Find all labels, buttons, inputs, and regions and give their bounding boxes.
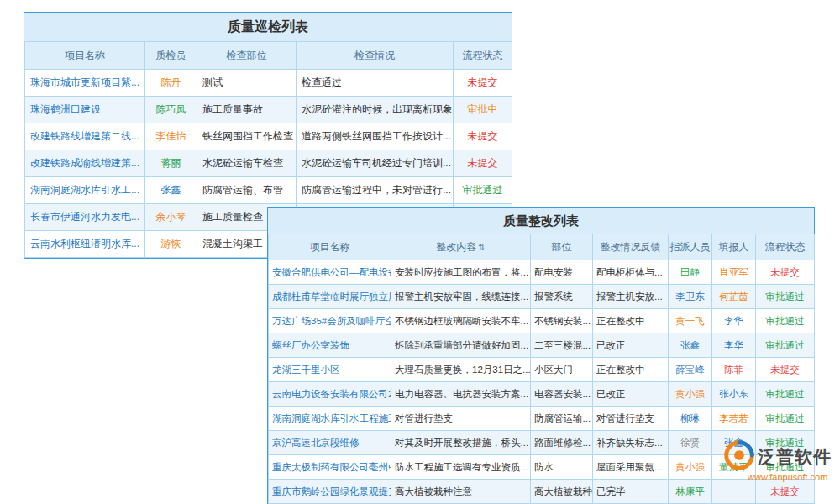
- project-name-link[interactable]: 安徽合肥供电公司—配电设备...: [269, 260, 391, 285]
- inspector-name: 陈丹: [145, 70, 197, 97]
- inspection-part-cell: 铁丝网围挡工作检查: [197, 123, 297, 150]
- rectification-part-cell: 防水: [531, 455, 593, 480]
- reporter-name: [712, 480, 756, 504]
- rectification-content-cell: 对管进行垫支: [391, 407, 531, 431]
- reporter-name: 张小东: [712, 382, 756, 407]
- rectification-content-cell: 报警主机安放牢固，线缆连接...: [391, 285, 531, 309]
- reporter-name: 陈菲: [712, 358, 756, 382]
- project-name-link[interactable]: 龙湖三千里小区: [269, 358, 391, 382]
- project-name-link[interactable]: 珠海鹤洲口建设: [25, 97, 145, 123]
- inspection-part-cell: 水泥砼运输车检查: [197, 150, 297, 177]
- rectification-feedback-cell: 正在整改中: [593, 309, 669, 333]
- rectification-part-cell: 路面维修检...: [531, 431, 593, 455]
- rectification-col-project: 项目名称: [269, 234, 391, 260]
- rectification-feedback-cell: 已改正: [593, 333, 669, 358]
- assignee-name: 黄小强: [669, 382, 712, 407]
- rectification-feedback-cell: 配电柜柜体与...: [593, 260, 669, 285]
- reporter-name: 何芷茵: [712, 285, 756, 309]
- reporter-name: 李华: [712, 309, 756, 333]
- rectification-part-cell: 小区大门: [531, 358, 593, 382]
- inspection-col-project: 项目名称: [25, 42, 145, 70]
- project-name-link[interactable]: 湖南洞庭湖水库引水工程施工...: [269, 407, 391, 431]
- rectification-part-cell: 电容器安装...: [531, 382, 593, 407]
- inspection-detail-cell: 道路两侧铁丝网围挡工作按设计...: [297, 123, 454, 150]
- inspector-name: 张鑫: [145, 177, 197, 204]
- status-badge: 审批通过: [756, 333, 815, 358]
- quality-inspection-title: 质量巡检列表: [24, 13, 512, 41]
- logo-company-name: 泛普软件: [758, 445, 832, 469]
- rectification-col-status: 流程状态: [756, 234, 815, 260]
- project-name-link[interactable]: 京沪高速北京段维修: [269, 431, 391, 455]
- inspection-table-row[interactable]: 改建铁路线增建第二线... 李佳怡 铁丝网围挡工作检查 道路两侧铁丝网围挡工作按…: [25, 123, 512, 150]
- rectification-feedback-cell: 已改正: [593, 382, 669, 407]
- project-name-link[interactable]: 云南电力设备安装有限公司20...: [269, 382, 391, 407]
- rectification-col-feedback: 整改情况反馈: [593, 234, 669, 260]
- rectification-table-row[interactable]: 云南电力设备安装有限公司20... 电力电容器、电抗器安装方案... 电容器安装…: [269, 382, 815, 407]
- rectification-table-row[interactable]: 成都杜甫草堂临时展厅独立展... 报警主机安放牢固，线缆连接... 报警系统 报…: [269, 285, 815, 309]
- rectification-feedback-cell: 屋面采用聚氨...: [593, 455, 669, 480]
- inspection-detail-cell: 检查通过: [297, 70, 454, 97]
- inspection-col-part: 检查部位: [197, 42, 297, 70]
- reporter-name: 李华: [712, 333, 756, 358]
- rectification-table-row[interactable]: 湖南洞庭湖水库引水工程施工... 对管进行垫支 防腐管运输... 对管进行垫支 …: [269, 407, 815, 431]
- inspection-part-cell: 防腐管运输、布管: [197, 177, 297, 204]
- assignee-name: 田静: [669, 260, 712, 285]
- rectification-feedback-cell: 补齐缺失标志...: [593, 431, 669, 455]
- project-name-link[interactable]: 成都杜甫草堂临时展厅独立展...: [269, 285, 391, 309]
- inspector-name: 余小琴: [145, 204, 197, 231]
- rectification-col-content-label: 整改内容: [436, 241, 476, 253]
- status-badge: 审批通过: [756, 309, 815, 333]
- project-name-link[interactable]: 改建铁路成渝线增建第...: [25, 150, 145, 177]
- rectification-table-row[interactable]: 螺丝厂办公室装饰 拆除到承重墙部分请做好加固... 二至三楼混... 已改正 张…: [269, 333, 815, 358]
- assignee-name: 张鑫: [669, 333, 712, 358]
- rectification-content-cell: 不锈钢边框玻璃隔断安装不牢...: [391, 309, 531, 333]
- project-name-link[interactable]: 珠海市城市更新项目紫...: [25, 70, 145, 97]
- rectification-part-cell: 报警系统: [531, 285, 593, 309]
- rectification-feedback-cell: 对管进行垫支: [593, 407, 669, 431]
- inspection-table-row[interactable]: 改建铁路成渝线增建第... 蒋丽 水泥砼运输车检查 水泥砼运输车司机经过专门培训…: [25, 150, 512, 177]
- inspection-col-detail: 检查情况: [297, 42, 454, 70]
- rectification-col-content[interactable]: 整改内容⇅: [391, 234, 531, 260]
- rectification-content-cell: 大理石质量更换，12月31日之...: [391, 358, 531, 382]
- inspection-table-row[interactable]: 珠海市城市更新项目紫... 陈丹 测试 检查通过 未提交: [25, 70, 512, 97]
- rectification-content-cell: 高大植被栽种注意: [391, 480, 531, 504]
- rectification-part-cell: 配电安装: [531, 260, 593, 285]
- inspection-part-cell: 施工质量事故: [197, 97, 297, 123]
- inspection-part-cell: 测试: [197, 70, 297, 97]
- project-name-link[interactable]: 螺丝厂办公室装饰: [269, 333, 391, 358]
- rectification-part-cell: 二至三楼混...: [531, 333, 593, 358]
- project-name-link[interactable]: 万达广场35#会所及咖啡厅空...: [269, 309, 391, 333]
- inspection-table-row[interactable]: 珠海鹤洲口建设 陈巧凤 施工质量事故 水泥砼灌注的时候，出现离析现象 审批中: [25, 97, 512, 123]
- rectification-feedback-cell: 正在整改中: [593, 358, 669, 382]
- assignee-name: 薛宝峰: [669, 358, 712, 382]
- project-name-link[interactable]: 长春市伊通河水力发电...: [25, 204, 145, 231]
- project-name-link[interactable]: 改建铁路线增建第二线...: [25, 123, 145, 150]
- rectification-content-cell: 防水工程施工选调有专业资质...: [391, 455, 531, 480]
- rectification-table-row[interactable]: 重庆市鹅岭公园绿化景观提升... 高大植被栽种注意 高大植被栽种 已完毕 林康平…: [269, 480, 815, 504]
- project-name-link[interactable]: 重庆太极制药有限公司亳州中...: [269, 455, 391, 480]
- assignee-name: 林康平: [669, 480, 712, 504]
- status-badge: 未提交: [454, 123, 512, 150]
- rectification-table-row[interactable]: 万达广场35#会所及咖啡厅空... 不锈钢边框玻璃隔断安装不牢... 不锈钢安装…: [269, 309, 815, 333]
- project-name-link[interactable]: 湖南洞庭湖水库引水工...: [25, 177, 145, 204]
- rectification-content-cell: 电力电容器、电抗器安装方案...: [391, 382, 531, 407]
- fanpu-logo-icon: [724, 440, 754, 474]
- assignee-name: 黄小强: [669, 455, 712, 480]
- inspection-table-row[interactable]: 湖南洞庭湖水库引水工... 张鑫 防腐管运输、布管 防腐管运输过程中，未对管进行…: [25, 177, 512, 204]
- inspector-name: 蒋丽: [145, 150, 197, 177]
- project-name-link[interactable]: 云南水利枢纽潜明水库...: [25, 231, 145, 258]
- project-name-link[interactable]: 重庆市鹅岭公园绿化景观提升...: [269, 480, 391, 504]
- sort-icon[interactable]: ⇅: [478, 243, 485, 252]
- inspection-detail-cell: 防腐管运输过程中，未对管进行...: [297, 177, 454, 204]
- rectification-table-row[interactable]: 龙湖三千里小区 大理石质量更换，12月31日之... 小区大门 正在整改中 薛宝…: [269, 358, 815, 382]
- inspector-name: 游恢: [145, 231, 197, 258]
- inspection-header-row: 项目名称 质检员 检查部位 检查情况 流程状态: [25, 42, 512, 70]
- rectification-header-row: 项目名称 整改内容⇅ 部位 整改情况反馈 指派人员 填报人 流程状态: [269, 234, 815, 260]
- rectification-table-row[interactable]: 安徽合肥供电公司—配电设备... 安装时应按施工图的布置，将... 配电安装 配…: [269, 260, 815, 285]
- status-badge: 未提交: [454, 150, 512, 177]
- status-badge: 未提交: [756, 358, 815, 382]
- status-badge: 审批通过: [756, 407, 815, 431]
- logo-website-url[interactable]: www.fanpusoft.com: [748, 472, 832, 482]
- rectification-content-cell: 拆除到承重墙部分请做好加固...: [391, 333, 531, 358]
- rectification-col-part: 部位: [531, 234, 593, 260]
